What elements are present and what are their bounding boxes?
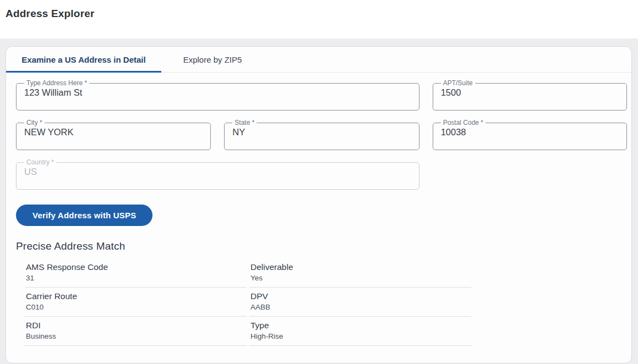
apt-suite-input[interactable] [440, 87, 620, 100]
state-field-label: State * [232, 119, 257, 126]
city-input[interactable] [23, 126, 204, 140]
page-canvas: Examine a US Address in Detail Explore b… [0, 38, 638, 364]
tab-examine-us-address-label: Examine a US Address in Detail [21, 55, 145, 64]
result-value: High-Rise [250, 332, 470, 340]
country-field: Country * [16, 159, 419, 190]
app-header: Address Explorer [0, 0, 638, 38]
tab-explore-by-zip5-label: Explore by ZIP5 [183, 55, 242, 64]
form-row-1: Type Address Here * APT/Suite [16, 80, 627, 111]
tab-bar: Examine a US Address in Detail Explore b… [6, 47, 631, 73]
postal-code-field-label: Postal Code * [441, 119, 486, 126]
results-table: AMS Response Code 31 Deliverable Yes Car… [25, 258, 471, 346]
result-cell-dpv: DPV AABB [249, 288, 471, 317]
result-value: Yes [250, 274, 470, 282]
city-field: City * [16, 119, 211, 150]
state-field: State * [224, 119, 419, 150]
form-row-3-spacer [433, 159, 627, 190]
form-row-2: City * State * Postal Code * [16, 119, 627, 150]
postal-code-input[interactable] [440, 126, 620, 140]
postal-code-field: Postal Code * [433, 119, 627, 150]
address-form: Type Address Here * APT/Suite City * Sta… [6, 73, 631, 346]
result-cell-type: Type High-Rise [249, 317, 471, 346]
result-cell-ams-response-code: AMS Response Code 31 [25, 258, 247, 288]
tab-examine-us-address[interactable]: Examine a US Address in Detail [6, 47, 161, 72]
form-row-3: Country * [16, 159, 627, 190]
result-value: 31 [26, 274, 246, 282]
apt-suite-field-label: APT/Suite [441, 80, 475, 87]
result-value: C010 [26, 303, 246, 311]
result-label: DPV [250, 291, 470, 301]
tab-explore-by-zip5[interactable]: Explore by ZIP5 [161, 47, 264, 72]
address-field: Type Address Here * [16, 80, 419, 111]
address-input[interactable] [23, 87, 412, 100]
verify-address-button[interactable]: Verify Address with USPS [16, 205, 152, 226]
country-input [23, 166, 412, 179]
result-label: Carrier Route [26, 291, 246, 301]
country-field-label: Country * [24, 159, 56, 166]
result-label: Type [250, 321, 470, 330]
city-field-label: City * [24, 119, 45, 126]
result-label: RDI [26, 321, 246, 330]
page-title: Address Explorer [6, 8, 638, 20]
state-input[interactable] [231, 126, 412, 140]
apt-suite-field: APT/Suite [433, 80, 627, 111]
city-state-group: City * State * [16, 119, 419, 150]
address-field-label: Type Address Here * [24, 80, 89, 87]
result-value: Business [26, 332, 246, 340]
result-label: AMS Response Code [26, 262, 246, 272]
results-section-title: Precise Address Match [16, 240, 627, 252]
result-cell-carrier-route: Carrier Route C010 [25, 288, 247, 317]
result-cell-deliverable: Deliverable Yes [249, 258, 471, 288]
result-cell-rdi: RDI Business [25, 317, 247, 346]
address-explorer-card: Examine a US Address in Detail Explore b… [6, 46, 632, 363]
result-value: AABB [250, 303, 470, 311]
result-label: Deliverable [250, 262, 470, 272]
